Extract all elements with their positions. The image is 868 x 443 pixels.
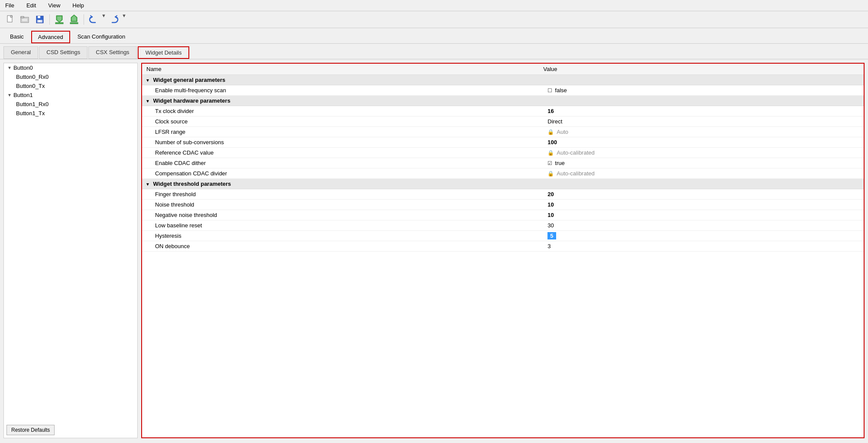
checkbox-cdac-dither[interactable]: ☑ [547, 160, 552, 166]
top-tab-bar: Basic Advanced Scan Configuration [0, 28, 868, 44]
col-name-header: Name [142, 64, 539, 75]
download-btn[interactable] [52, 13, 66, 26]
tab-basic[interactable]: Basic [3, 31, 30, 43]
checkbox-multi-freq[interactable]: ☐ [547, 87, 552, 94]
chevron-hardware-params: ▼ [146, 99, 150, 103]
section-general-label: Widget general parameters [153, 77, 226, 83]
tree-item-button1-rx0[interactable]: Button1_Rx0 [4, 100, 137, 109]
row-neg-noise-threshold[interactable]: Negative noise threshold 10 [142, 210, 864, 220]
tree-item-button0[interactable]: ▼ Button0 [4, 63, 137, 72]
tree-item-button1-tx[interactable]: Button1_Tx [4, 109, 137, 118]
row-comp-cdac-divider[interactable]: Compensation CDAC divider 🔒 Auto-calibra… [142, 168, 864, 179]
row-noise-threshold[interactable]: Noise threshold 10 [142, 200, 864, 210]
prop-value-num-sub-conversions[interactable]: 100 [539, 137, 864, 148]
tab-general[interactable]: General [3, 46, 38, 59]
value-finger-threshold: 20 [547, 191, 554, 197]
menu-bar: File Edit View Help [0, 0, 868, 11]
value-clock-source: Direct [547, 118, 562, 125]
menu-view[interactable]: View [45, 1, 63, 10]
tab-scan-config[interactable]: Scan Configuration [71, 31, 132, 43]
svg-rect-3 [22, 18, 28, 22]
section-widget-threshold[interactable]: ▼ Widget threshold parameters [142, 179, 864, 189]
redo-dropdown-arrow[interactable]: ▼ [122, 13, 126, 26]
section-threshold-label: Widget threshold parameters [153, 181, 231, 187]
upload-icon [70, 15, 78, 24]
open-icon [20, 15, 30, 24]
second-tab-bar: General CSD Settings CSX Settings Widget… [0, 44, 868, 59]
prop-value-ref-cdac-value[interactable]: 🔒 Auto-calibrated [539, 148, 864, 158]
prop-value-enable-multi-freq[interactable]: ☐ false [539, 85, 864, 96]
value-enable-cdac-dither: true [555, 160, 564, 166]
tree-item-button0-rx0[interactable]: Button0_Rx0 [4, 72, 137, 81]
prop-value-comp-cdac-divider[interactable]: 🔒 Auto-calibrated [539, 168, 864, 179]
prop-name-enable-multi-freq: Enable multi-frequency scan [142, 85, 539, 96]
prop-value-noise-threshold[interactable]: 10 [539, 200, 864, 210]
tab-csx-settings[interactable]: CSX Settings [88, 46, 136, 59]
prop-value-neg-noise-threshold[interactable]: 10 [539, 210, 864, 220]
row-lfsr-range[interactable]: LFSR range 🔒 Auto [142, 127, 864, 137]
tab-csd-settings[interactable]: CSD Settings [39, 46, 87, 59]
prop-name-finger-threshold: Finger threshold [142, 189, 539, 200]
prop-value-low-baseline-reset[interactable]: 30 [539, 220, 864, 231]
value-neg-noise-threshold: 10 [547, 212, 554, 218]
menu-help[interactable]: Help [70, 1, 87, 10]
menu-edit[interactable]: Edit [24, 1, 39, 10]
row-num-sub-conversions[interactable]: Number of sub-conversions 100 [142, 137, 864, 148]
prop-value-enable-cdac-dither[interactable]: ☑ true [539, 158, 864, 168]
prop-name-num-sub-conversions: Number of sub-conversions [142, 137, 539, 148]
tree-item-button0-tx[interactable]: Button0_Tx [4, 81, 137, 91]
row-clock-source[interactable]: Clock source Direct [142, 116, 864, 127]
row-low-baseline-reset[interactable]: Low baseline reset 30 [142, 220, 864, 231]
value-tx-clock-divider: 16 [547, 108, 554, 114]
tree-label-button1: Button1 [13, 92, 33, 98]
row-on-debounce[interactable]: ON debounce 3 [142, 241, 864, 252]
widget-tree-panel: ▼ Button0 Button0_Rx0 Button0_Tx ▼ Butto… [3, 63, 138, 438]
chevron-button1: ▼ [7, 93, 12, 97]
prop-name-tx-clock-divider: Tx clock divider [142, 106, 539, 116]
lock-icon-comp-cdac: 🔒 [547, 171, 554, 177]
undo-btn[interactable] [87, 13, 100, 26]
widget-tree: ▼ Button0 Button0_Rx0 Button0_Tx ▼ Butto… [4, 63, 137, 422]
prop-name-low-baseline-reset: Low baseline reset [142, 220, 539, 231]
undo-dropdown-arrow[interactable]: ▼ [101, 13, 106, 26]
tree-item-button1[interactable]: ▼ Button1 [4, 91, 137, 100]
prop-value-hysteresis[interactable]: 5 [539, 231, 864, 241]
prop-value-tx-clock-divider[interactable]: 16 [539, 106, 864, 116]
prop-value-lfsr-range[interactable]: 🔒 Auto [539, 127, 864, 137]
tab-widget-details[interactable]: Widget Details [138, 46, 190, 59]
prop-name-noise-threshold: Noise threshold [142, 200, 539, 210]
open-btn[interactable] [18, 13, 32, 26]
prop-value-clock-source[interactable]: Direct [539, 116, 864, 127]
undo-icon [89, 15, 98, 24]
new-file-icon [6, 15, 15, 24]
prop-value-on-debounce[interactable]: 3 [539, 241, 864, 252]
svg-rect-10 [55, 23, 63, 24]
prop-value-finger-threshold[interactable]: 20 [539, 189, 864, 200]
prop-name-on-debounce: ON debounce [142, 241, 539, 252]
section-widget-general[interactable]: ▼ Widget general parameters [142, 75, 864, 85]
row-enable-multi-freq[interactable]: Enable multi-frequency scan ☐ false [142, 85, 864, 96]
prop-name-comp-cdac-divider: Compensation CDAC divider [142, 168, 539, 179]
row-enable-cdac-dither[interactable]: Enable CDAC dither ☑ true [142, 158, 864, 168]
toolbar-separator-2 [84, 14, 84, 25]
restore-defaults-btn[interactable]: Restore Defaults [6, 425, 55, 435]
toolbar-separator-1 [49, 14, 50, 25]
prop-name-enable-cdac-dither: Enable CDAC dither [142, 158, 539, 168]
section-widget-hardware[interactable]: ▼ Widget hardware parameters [142, 96, 864, 106]
redo-btn[interactable] [107, 13, 121, 26]
new-file-btn[interactable] [3, 13, 17, 26]
row-ref-cdac-value[interactable]: Reference CDAC value 🔒 Auto-calibrated [142, 148, 864, 158]
value-low-baseline-reset: 30 [547, 222, 554, 229]
properties-header-row: Name Value [142, 64, 864, 75]
row-finger-threshold[interactable]: Finger threshold 20 [142, 189, 864, 200]
save-btn[interactable] [33, 13, 47, 26]
main-content: ▼ Button0 Button0_Rx0 Button0_Tx ▼ Butto… [0, 59, 868, 442]
tree-label-button0: Button0 [13, 65, 33, 71]
menu-file[interactable]: File [3, 1, 17, 10]
svg-rect-5 [38, 16, 40, 18]
upload-btn[interactable] [67, 13, 81, 26]
row-tx-clock-divider[interactable]: Tx clock divider 16 [142, 106, 864, 116]
tree-label-button1-rx0: Button1_Rx0 [16, 101, 49, 107]
tab-advanced[interactable]: Advanced [31, 31, 70, 43]
row-hysteresis[interactable]: Hysteresis 5 [142, 231, 864, 241]
